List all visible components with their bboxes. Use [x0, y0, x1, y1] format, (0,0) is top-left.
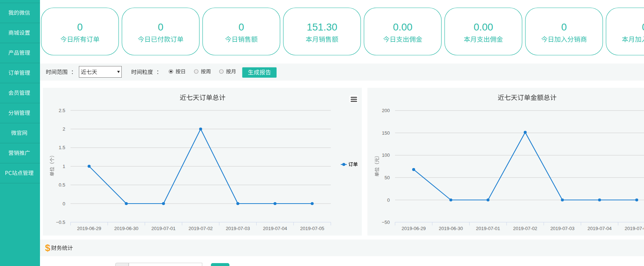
svg-text:2019-07-04: 2019-07-04 [263, 226, 287, 231]
svg-text:0.00: 0.00 [474, 21, 493, 33]
svg-text:0: 0 [63, 201, 65, 206]
svg-text:0: 0 [387, 197, 390, 203]
svg-text:2019-07-03: 2019-07-03 [550, 226, 575, 231]
svg-text:2019-06-29: 2019-06-29 [77, 226, 101, 231]
svg-text:0: 0 [158, 21, 163, 33]
svg-text:2019-06-30: 2019-06-30 [439, 226, 463, 231]
svg-text:2019-07-05: 2019-07-05 [625, 226, 644, 231]
svg-text:150: 150 [382, 130, 390, 136]
svg-text:50: 50 [385, 175, 390, 180]
svg-text:$: $ [45, 242, 51, 253]
svg-text:0: 0 [561, 21, 567, 33]
svg-text:2: 2 [63, 126, 65, 132]
svg-text:2019-07-04: 2019-07-04 [587, 226, 612, 231]
svg-text:2019-07-03: 2019-07-03 [226, 226, 250, 231]
svg-text:2.5: 2.5 [59, 108, 65, 113]
svg-text:1: 1 [63, 164, 65, 169]
svg-text:−50: −50 [382, 220, 390, 225]
svg-text:2019-06-29: 2019-06-29 [402, 226, 426, 231]
svg-text:2019-07-02: 2019-07-02 [513, 226, 538, 231]
svg-text:0: 0 [77, 21, 82, 33]
svg-text:2019-07-02: 2019-07-02 [189, 226, 213, 231]
svg-text:2019-07-01: 2019-07-01 [476, 226, 500, 231]
svg-text:0.5: 0.5 [59, 182, 65, 188]
svg-text:2019-07-05: 2019-07-05 [300, 226, 325, 231]
svg-text:1.5: 1.5 [59, 145, 65, 150]
svg-text:−0.5: −0.5 [56, 220, 65, 225]
svg-text:100: 100 [382, 152, 390, 158]
svg-text:2019-07-01: 2019-07-01 [152, 226, 176, 231]
svg-text:0: 0 [642, 21, 644, 33]
svg-text:151.30: 151.30 [307, 21, 337, 33]
svg-text:200: 200 [382, 108, 390, 113]
svg-text:0: 0 [238, 21, 244, 33]
svg-text:0.00: 0.00 [393, 21, 412, 33]
svg-text:2019-06-30: 2019-06-30 [114, 226, 138, 231]
